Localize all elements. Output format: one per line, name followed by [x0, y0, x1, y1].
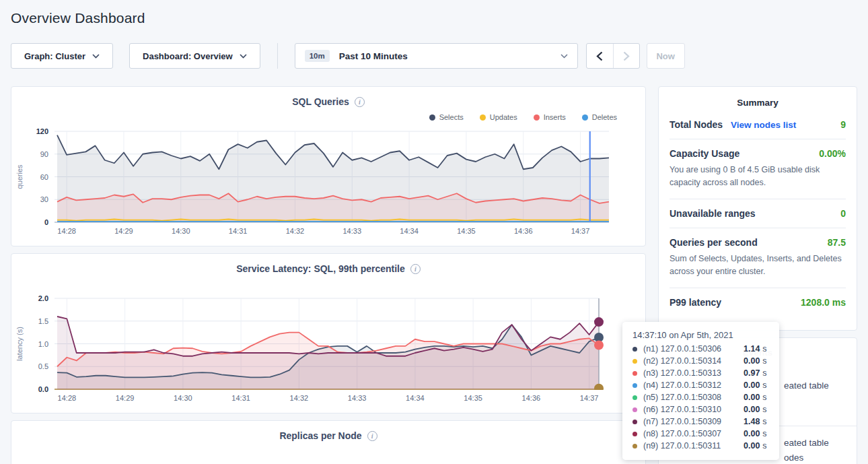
- tooltip-timestamp: 14:37:10 on Apr 5th, 2021: [632, 330, 770, 340]
- node-color-dot-icon: [632, 407, 637, 412]
- summary-caption: Sum of Selects, Updates, Inserts, and De…: [670, 253, 846, 279]
- time-range-label: Past 10 Minutes: [339, 51, 408, 61]
- tooltip-node-value: 0.97: [744, 368, 760, 378]
- info-icon[interactable]: [367, 431, 377, 441]
- summary-panel: Summary Total NodesView nodes list9Capac…: [658, 86, 857, 331]
- time-range-picker[interactable]: 10m Past 10 Minutes: [295, 43, 578, 69]
- legend-label: Selects: [439, 113, 464, 121]
- summary-row-line: Total NodesView nodes list9: [670, 119, 846, 130]
- svg-text:queries: queries: [15, 164, 24, 189]
- tooltip-node-unit: s: [762, 441, 766, 451]
- svg-text:0.0: 0.0: [38, 385, 48, 393]
- node-color-dot-icon: [632, 371, 637, 376]
- tooltip-row: (n7) 127.0.0.1:503091.48s: [632, 416, 770, 428]
- tooltip-node-label: (n8) 127.0.0.1:50307: [643, 429, 744, 438]
- chevron-left-icon: [596, 51, 603, 61]
- legend-item-inserts[interactable]: Inserts: [534, 113, 566, 121]
- svg-text:14:30: 14:30: [174, 394, 192, 402]
- svg-text:120: 120: [36, 127, 48, 135]
- svg-text:14:29: 14:29: [116, 394, 135, 402]
- legend-item-selects[interactable]: Selects: [429, 113, 464, 121]
- time-prev-button[interactable]: [587, 44, 613, 68]
- chart-tooltip: 14:37:10 on Apr 5th, 2021 (n1) 127.0.0.1…: [622, 322, 779, 460]
- svg-text:14:37: 14:37: [571, 227, 590, 235]
- tooltip-node-label: (n3) 127.0.0.1:50313: [643, 368, 744, 378]
- event-text-fragment: eated table: [784, 378, 850, 393]
- summary-row: Queries per second87.5Sum of Selects, Up…: [670, 228, 846, 288]
- summary-value: 0: [840, 208, 846, 219]
- tooltip-node-unit: s: [762, 356, 766, 366]
- node-color-dot-icon: [632, 347, 637, 352]
- replicas-per-node-card: Replicas per Node: [11, 420, 646, 464]
- tooltip-node-value: 0.00: [744, 441, 760, 451]
- tooltip-row: (n8) 127.0.0.1:503070.00s: [632, 428, 770, 440]
- summary-label: Capacity Usage: [670, 148, 739, 159]
- node-color-dot-icon: [632, 383, 637, 388]
- dashboard-dropdown[interactable]: Dashboard: Overview: [129, 43, 260, 69]
- node-color-dot-icon: [632, 444, 637, 449]
- tooltip-node-label: (n2) 127.0.0.1:50314: [643, 356, 744, 366]
- graph-dropdown-label: Graph: Cluster: [24, 51, 85, 61]
- legend-item-updates[interactable]: Updates: [480, 113, 517, 121]
- info-icon[interactable]: [410, 264, 421, 274]
- tooltip-time: 14:37:10: [632, 330, 667, 340]
- svg-text:60: 60: [40, 173, 48, 181]
- tooltip-node-label: (n5) 127.0.0.1:50308: [643, 393, 744, 402]
- summary-rows: Total NodesView nodes list9Capacity Usag…: [670, 119, 846, 317]
- chevron-down-icon: [560, 54, 568, 59]
- tooltip-row: (n2) 127.0.0.1:503140.00s: [632, 355, 770, 367]
- svg-text:latency (s): latency (s): [15, 327, 24, 361]
- tooltip-node-label: (n6) 127.0.0.1:50310: [643, 405, 744, 414]
- tooltip-row: (n4) 127.0.0.1:503120.00s: [632, 379, 770, 391]
- node-color-dot-icon: [632, 432, 637, 436]
- node-color-dot-icon: [632, 395, 637, 400]
- tooltip-node-unit: s: [762, 405, 766, 414]
- summary-value: 1208.0 ms: [801, 297, 846, 308]
- sql-queries-legend: SelectsUpdatesInsertsDeletes: [11, 110, 645, 125]
- toolbar: Graph: Cluster Dashboard: Overview 10m P…: [11, 43, 857, 69]
- svg-text:14:35: 14:35: [457, 227, 476, 235]
- svg-text:0: 0: [44, 218, 48, 226]
- svg-text:14:36: 14:36: [514, 227, 533, 235]
- summary-value: 9: [840, 119, 846, 130]
- now-button[interactable]: Now: [647, 43, 685, 69]
- svg-text:14:28: 14:28: [57, 227, 76, 235]
- chart-title-text: Replicas per Node: [279, 430, 361, 441]
- summary-label: Queries per second: [670, 237, 758, 248]
- tooltip-node-value: 0.00: [744, 380, 760, 390]
- graph-dropdown[interactable]: Graph: Cluster: [11, 43, 113, 69]
- svg-text:14:33: 14:33: [343, 227, 362, 235]
- time-next-button[interactable]: [613, 44, 639, 68]
- tooltip-node-value: 1.14: [744, 344, 760, 354]
- summary-row: Total NodesView nodes list9: [670, 119, 846, 139]
- tooltip-node-value: 1.48: [744, 417, 760, 426]
- tooltip-row: (n9) 127.0.0.1:503110.00s: [632, 440, 770, 452]
- sql-queries-plot: 030609012014:2814:2914:3014:3114:3214:33…: [11, 125, 645, 239]
- svg-text:14:34: 14:34: [400, 227, 419, 235]
- svg-text:14:35: 14:35: [464, 394, 482, 402]
- node-color-dot-icon: [632, 359, 637, 364]
- service-latency-chart-canvas[interactable]: 0.00.51.01.52.014:2814:2914:3014:3114:32…: [11, 292, 645, 403]
- tooltip-node-label: (n4) 127.0.0.1:50312: [643, 380, 744, 390]
- svg-text:14:32: 14:32: [286, 227, 305, 235]
- svg-text:14:32: 14:32: [290, 394, 309, 402]
- summary-row: Capacity Usage0.00%You are using 0 B of …: [670, 139, 846, 199]
- sql-queries-chart-canvas[interactable]: 030609012014:2814:2914:3014:3114:3214:33…: [11, 125, 645, 236]
- info-icon[interactable]: [355, 97, 365, 107]
- sql-queries-title: SQL Queries: [11, 95, 645, 108]
- service-latency-card: Service Latency: SQL, 99th percentile 0.…: [11, 253, 646, 413]
- summary-title: Summary: [670, 98, 846, 108]
- summary-row-line: Capacity Usage0.00%: [670, 148, 846, 159]
- tooltip-rows: (n1) 127.0.0.1:503061.14s(n2) 127.0.0.1:…: [632, 343, 770, 452]
- tooltip-row: (n5) 127.0.0.1:503080.00s: [632, 391, 770, 403]
- svg-text:14:36: 14:36: [522, 394, 541, 402]
- service-latency-plot: 0.00.51.01.52.014:2814:2914:3014:3114:32…: [11, 292, 645, 406]
- svg-text:1.0: 1.0: [38, 340, 48, 348]
- summary-label: P99 latency: [670, 297, 721, 308]
- tooltip-date: on Apr 5th, 2021: [669, 330, 733, 340]
- view-nodes-list-link[interactable]: View nodes list: [731, 120, 796, 130]
- legend-item-deletes[interactable]: Deletes: [582, 113, 617, 121]
- charts-column: SQL Queries SelectsUpdatesInsertsDeletes…: [11, 86, 646, 464]
- dashboard-dropdown-label: Dashboard: Overview: [143, 51, 233, 61]
- tooltip-row: (n3) 127.0.0.1:503130.97s: [632, 367, 770, 379]
